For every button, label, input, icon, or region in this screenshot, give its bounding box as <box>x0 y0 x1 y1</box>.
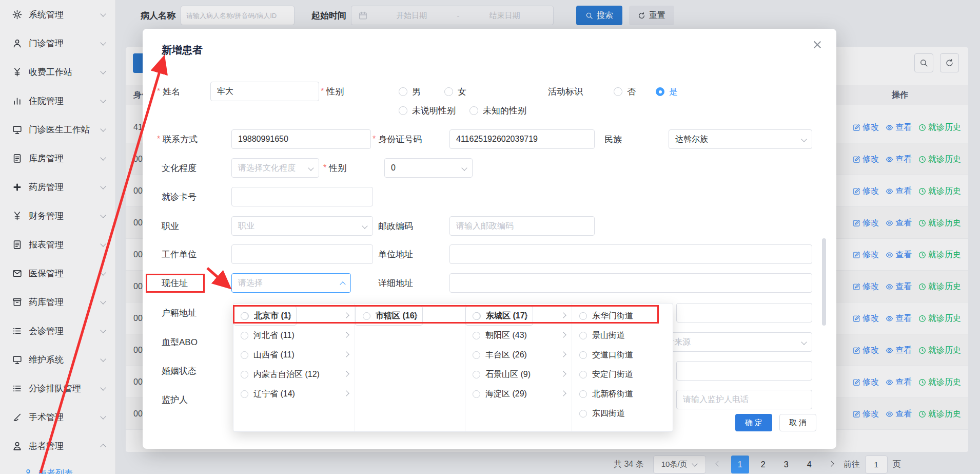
guardian-phone-input[interactable] <box>676 390 812 409</box>
marital-status-label: 婚姻状态 <box>162 361 197 381</box>
gender-radio-male[interactable]: 男 <box>399 82 421 101</box>
radio-icon[interactable] <box>579 351 587 359</box>
radio-icon[interactable] <box>241 351 248 359</box>
cascader-option[interactable]: 海淀区 (29) <box>465 384 572 404</box>
cascader-option-label: 石景山区 (9) <box>485 369 556 380</box>
chevron-down-icon <box>308 165 314 172</box>
radio-icon[interactable] <box>444 87 453 96</box>
cascader-option-label: 海淀区 (29) <box>485 389 556 400</box>
detail-address-label: 详细地址 <box>378 273 413 293</box>
radio-icon[interactable] <box>473 312 480 320</box>
close-icon[interactable] <box>812 39 823 50</box>
chevron-right-icon <box>286 313 291 319</box>
education-select[interactable]: 请选择文化程度 <box>231 158 319 178</box>
radio-icon[interactable] <box>579 371 587 378</box>
address-cascader-dropdown: 北京市 (1)天津市 (1)河北省 (11)山西省 (11)内蒙古自治区 (12… <box>233 303 673 432</box>
postal-code-label: 邮政编码 <box>378 216 413 236</box>
radio-icon[interactable] <box>473 351 480 359</box>
radio-icon[interactable] <box>363 312 370 320</box>
cascader-option[interactable]: 内蒙古自治区 (12) <box>233 365 355 384</box>
cascader-option-label: 丰台区 (26) <box>485 350 556 361</box>
confirm-button[interactable]: 确 定 <box>735 414 772 431</box>
ethnicity-select[interactable]: 达斡尔族 <box>669 129 812 149</box>
radio-icon[interactable] <box>473 332 480 339</box>
cascader-column: 东华门街道景山街道交道口街道安定门街道北新桥街道东四街道 <box>572 304 673 431</box>
radio-checked-icon[interactable] <box>656 87 664 96</box>
radio-icon[interactable] <box>579 332 587 339</box>
cascader-option[interactable]: 东四街道 <box>572 404 673 423</box>
chevron-down-icon <box>801 339 807 346</box>
cascader-option[interactable]: 丰台区 (26) <box>465 345 572 365</box>
cascader-option-label: 山西省 (11) <box>253 350 339 361</box>
contact-input[interactable] <box>231 129 371 149</box>
work-unit-input[interactable] <box>231 244 373 264</box>
cascader-option[interactable]: 东华门街道 <box>572 306 673 326</box>
radio-icon[interactable] <box>241 332 248 339</box>
postal-code-input[interactable] <box>449 216 595 236</box>
cascader-column: 东城区 (17)西城区 (15)朝阳区 (43)丰台区 (26)石景山区 (9)… <box>465 304 572 431</box>
occupation-label: 职业 <box>162 216 179 236</box>
cascader-option-label: 交道口街道 <box>592 350 668 361</box>
dialog-scrollbar[interactable] <box>822 238 826 326</box>
cascader-option[interactable]: 石景山区 (9) <box>465 365 572 384</box>
active-flag-label: 活动标识 <box>548 82 583 101</box>
card-no-input[interactable] <box>231 187 373 206</box>
dialog-title: 新增患者 <box>162 43 203 57</box>
radio-icon[interactable] <box>473 390 480 398</box>
gender-radio-unknown[interactable]: 未知的性别 <box>469 101 526 120</box>
radio-icon[interactable] <box>614 87 622 96</box>
chevron-right-icon <box>344 352 349 358</box>
current-address-cascader-select[interactable]: 请选择 <box>231 273 351 293</box>
cascader-option-label: 北新桥街道 <box>592 389 668 400</box>
cascader-option-label: 河北省 (11) <box>253 330 339 341</box>
card-no-label: 就诊卡号 <box>162 187 197 206</box>
cascader-option[interactable]: 景山街道 <box>572 326 673 345</box>
radio-icon[interactable] <box>399 106 407 115</box>
name-label: *姓名 <box>157 82 180 101</box>
cascader-option[interactable]: 朝阳区 (43) <box>465 326 572 345</box>
chevron-down-icon <box>461 165 467 172</box>
cascader-option-label: 东四街道 <box>592 408 668 419</box>
cascader-column: 市辖区 (16) <box>355 304 465 431</box>
current-address-label: 现住址 <box>162 273 188 293</box>
gender-radio-female[interactable]: 女 <box>444 82 466 101</box>
active-flag-radio-yes[interactable]: 是 <box>656 82 678 101</box>
cascader-option[interactable]: 安定门街道 <box>572 365 673 384</box>
cascader-option[interactable]: 辽宁省 (14) <box>233 384 355 404</box>
cascader-option-label: 东华门街道 <box>592 311 668 321</box>
chevron-right-icon <box>523 313 528 319</box>
cascader-option[interactable]: 河北省 (11) <box>233 326 355 345</box>
radio-icon[interactable] <box>469 106 478 115</box>
chevron-right-icon <box>561 313 566 319</box>
radio-icon[interactable] <box>473 371 480 378</box>
radio-icon[interactable] <box>399 87 407 96</box>
cancel-button[interactable]: 取 消 <box>779 414 816 431</box>
radio-icon[interactable] <box>241 312 248 320</box>
detail-address-input[interactable] <box>449 273 812 293</box>
gender-code-select[interactable]: 0 <box>384 158 473 178</box>
radio-icon[interactable] <box>241 390 248 398</box>
radio-icon[interactable] <box>241 371 248 378</box>
radio-icon[interactable] <box>579 312 587 320</box>
chevron-right-icon <box>561 332 566 338</box>
ethnicity-label: 民族 <box>604 129 622 149</box>
occupation-select[interactable]: 职业 <box>231 216 373 236</box>
id-number-label: *身份证号码 <box>373 129 422 149</box>
radio-icon[interactable] <box>579 410 587 418</box>
guardian-label: 监护人 <box>162 390 188 409</box>
cascader-option-label: 朝阳区 (43) <box>485 330 556 341</box>
name-input[interactable] <box>210 82 319 101</box>
cascader-option[interactable]: 交道口街道 <box>572 345 673 365</box>
cascader-option[interactable]: 北新桥街道 <box>572 384 673 404</box>
radio-icon[interactable] <box>579 390 587 398</box>
marital-status-side-input[interactable] <box>676 361 812 381</box>
household-address-input[interactable] <box>676 303 812 323</box>
active-flag-radio-no[interactable]: 否 <box>614 82 636 101</box>
cascader-option[interactable]: 山西省 (11) <box>233 345 355 365</box>
cascader-option[interactable]: 市辖区 (16) <box>355 306 423 326</box>
cascader-option-label: 东城区 (17) <box>486 311 527 321</box>
id-number-input[interactable] <box>449 129 595 149</box>
gender-radio-unexplained[interactable]: 未说明性别 <box>399 101 456 120</box>
cascader-option-label: 景山街道 <box>592 330 668 341</box>
unit-address-input[interactable] <box>449 244 812 264</box>
